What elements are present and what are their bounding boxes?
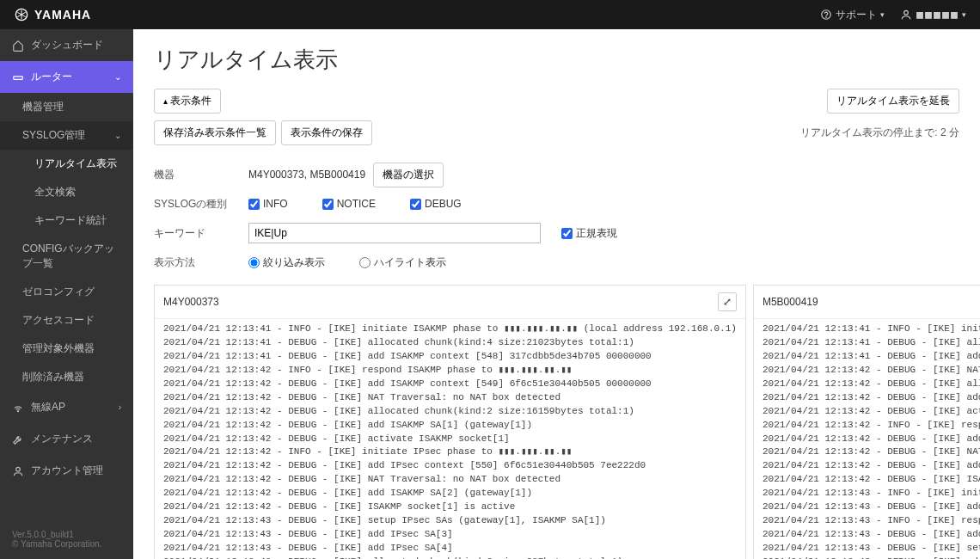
nav-device-mgmt[interactable]: 機器管理 xyxy=(0,93,133,121)
nav-dashboard[interactable]: ダッシュボード xyxy=(0,29,133,61)
device-label: 機器 xyxy=(154,168,248,182)
copyright-text: © Yamaha Corporation. xyxy=(12,539,121,549)
log-line: 2021/04/21 12:13:43 - DEBUG - [IKE] add … xyxy=(763,556,980,559)
level-debug-checkbox[interactable]: DEBUG xyxy=(410,198,462,210)
save-conditions-button[interactable]: 表示条件の保存 xyxy=(281,120,372,145)
log-line: 2021/04/21 12:13:43 - DEBUG - [IKE] setu… xyxy=(163,514,737,528)
nav-syslog-label: SYSLOG管理 xyxy=(22,128,85,143)
expand-icon: ⤢ xyxy=(723,296,732,308)
log-line: 2021/04/21 12:13:43 - INFO - [IKE] respo… xyxy=(763,514,980,528)
nav-maintenance-label: メンテナンス xyxy=(31,432,93,446)
user-icon xyxy=(12,465,24,477)
user-menu[interactable]: ◼◼◼◼◼ ▾ xyxy=(900,9,966,21)
nav-maintenance[interactable]: メンテナンス xyxy=(0,423,133,455)
display-highlight-radio[interactable]: ハイライト表示 xyxy=(359,255,446,270)
select-device-button[interactable]: 機器の選択 xyxy=(373,163,444,187)
nav-account-label: アカウント管理 xyxy=(31,464,103,478)
username: ◼◼◼◼◼ xyxy=(916,9,959,21)
nav-zeroconfig[interactable]: ゼロコンフィグ xyxy=(0,278,133,306)
log-body-right[interactable]: 2021/04/21 12:13:41 - INFO - [IKE] initi… xyxy=(754,319,980,559)
toggle-conditions-button[interactable]: ▴ 表示条件 xyxy=(154,89,221,114)
log-line: 2021/04/21 12:13:42 - DEBUG - [IKE] NAT … xyxy=(763,364,980,378)
nav-excluded[interactable]: 管理対象外機器 xyxy=(0,335,133,363)
keyword-label: キーワード xyxy=(154,226,248,241)
chevron-down-icon: ▾ xyxy=(880,10,885,19)
nav-fulltext[interactable]: 全文検索 xyxy=(0,178,133,206)
sidebar: ダッシュボード ルーター ⌄ 機器管理 SYSLOG管理 ⌄ リアルタイム表示 … xyxy=(0,29,133,559)
saved-conditions-button[interactable]: 保存済み表示条件一覧 xyxy=(154,120,276,145)
expand-panel-button[interactable]: ⤢ xyxy=(718,292,737,311)
log-line: 2021/04/21 12:13:41 - DEBUG - [IKE] add … xyxy=(763,350,980,364)
log-line: 2021/04/21 12:13:42 - DEBUG - [IKE] NAT … xyxy=(763,445,980,459)
toggle-conditions-label: 表示条件 xyxy=(170,95,211,107)
router-icon xyxy=(12,71,24,83)
log-line: 2021/04/21 12:13:43 - INFO - [IKE] initi… xyxy=(763,487,980,501)
nav-config-backup[interactable]: CONFIGバックアップ一覧 xyxy=(0,235,133,278)
log-panel-left-title: M4Y000373 xyxy=(163,296,219,308)
chevron-down-icon: ⌄ xyxy=(114,72,121,82)
log-line: 2021/04/21 12:13:41 - DEBUG - [IKE] allo… xyxy=(763,336,980,350)
log-line: 2021/04/21 12:13:42 - DEBUG - [IKE] add … xyxy=(163,487,737,501)
yamaha-logo-icon xyxy=(14,8,29,22)
log-line: 2021/04/21 12:13:42 - INFO - [IKE] respo… xyxy=(163,364,737,378)
log-line: 2021/04/21 12:13:42 - DEBUG - [IKE] add … xyxy=(163,459,737,473)
support-menu[interactable]: サポート ▾ xyxy=(820,8,885,22)
log-body-left[interactable]: 2021/04/21 12:13:41 - INFO - [IKE] initi… xyxy=(155,319,745,559)
log-line: 2021/04/21 12:13:41 - DEBUG - [IKE] allo… xyxy=(163,336,737,350)
wifi-icon xyxy=(12,402,24,414)
nav-dashboard-label: ダッシュボード xyxy=(31,38,103,52)
log-line: 2021/04/21 12:13:42 - INFO - [IKE] respo… xyxy=(763,419,980,433)
level-notice-checkbox[interactable]: NOTICE xyxy=(322,198,376,210)
svg-point-5 xyxy=(17,410,18,411)
topbar: YAMAHA サポート ▾ ◼◼◼◼◼ ▾ xyxy=(0,0,980,29)
extend-realtime-button[interactable]: リアルタイム表示を延長 xyxy=(827,89,959,114)
log-line: 2021/04/21 12:13:43 - DEBUG - [IKE] add … xyxy=(763,528,980,542)
log-line: 2021/04/21 12:13:43 - DEBUG - [IKE] allo… xyxy=(163,556,737,559)
log-line: 2021/04/21 12:13:41 - INFO - [IKE] initi… xyxy=(163,322,737,336)
brand-text: YAMAHA xyxy=(34,8,91,22)
log-panel-left: M4Y000373 ⤢ 2021/04/21 12:13:41 - INFO -… xyxy=(154,285,746,559)
support-label: サポート xyxy=(836,8,877,22)
nav-router[interactable]: ルーター ⌄ xyxy=(0,61,133,93)
svg-point-6 xyxy=(16,467,21,471)
nav-wireless[interactable]: 無線AP › xyxy=(0,391,133,423)
regex-checkbox[interactable]: 正規表現 xyxy=(561,226,617,241)
log-panel-right: M5B000419 ⤢ 2021/04/21 12:13:41 - INFO -… xyxy=(753,285,980,559)
device-value: M4Y000373, M5B000419 xyxy=(248,169,365,181)
log-line: 2021/04/21 12:13:43 - DEBUG - [IKE] add … xyxy=(163,528,737,542)
brand: YAMAHA xyxy=(14,8,91,22)
log-line: 2021/04/21 12:13:42 - DEBUG - [IKE] NAT … xyxy=(163,473,737,487)
log-line: 2021/04/21 12:13:41 - DEBUG - [IKE] add … xyxy=(163,350,737,364)
wrench-icon xyxy=(12,433,24,445)
nav-wireless-label: 無線AP xyxy=(31,400,65,415)
log-line: 2021/04/21 12:13:42 - DEBUG - [IKE] add … xyxy=(163,419,737,433)
nav-syslog[interactable]: SYSLOG管理 ⌄ xyxy=(0,121,133,150)
log-line: 2021/04/21 12:13:42 - DEBUG - [IKE] NAT … xyxy=(163,391,737,405)
nav-accesscode[interactable]: アクセスコード xyxy=(0,306,133,335)
log-line: 2021/04/21 12:13:43 - DEBUG - [IKE] add … xyxy=(763,501,980,514)
log-line: 2021/04/21 12:13:41 - INFO - [IKE] initi… xyxy=(763,322,980,336)
log-line: 2021/04/21 12:13:42 - DEBUG - [IKE] allo… xyxy=(163,405,737,419)
svg-point-2 xyxy=(826,17,827,18)
log-line: 2021/04/21 12:13:43 - DEBUG - [IKE] setu… xyxy=(763,542,980,556)
level-info-checkbox[interactable]: INFO xyxy=(248,198,288,210)
nav-keyword-stat[interactable]: キーワード統計 xyxy=(0,206,133,235)
log-line: 2021/04/21 12:13:42 - DEBUG - [IKE] add … xyxy=(163,378,737,391)
display-filter-radio[interactable]: 絞り込み表示 xyxy=(248,255,325,270)
svg-point-3 xyxy=(904,10,909,15)
nav-deleted[interactable]: 削除済み機器 xyxy=(0,363,133,391)
log-line: 2021/04/21 12:13:42 - DEBUG - [IKE] allo… xyxy=(763,378,980,391)
chevron-down-icon: ⌄ xyxy=(114,131,121,140)
log-line: 2021/04/21 12:13:42 - DEBUG - [IKE] acti… xyxy=(763,405,980,419)
log-line: 2021/04/21 12:13:42 - DEBUG - [IKE] ISAK… xyxy=(163,501,737,514)
nav-router-label: ルーター xyxy=(31,70,72,84)
svg-rect-4 xyxy=(14,76,23,79)
log-line: 2021/04/21 12:13:43 - DEBUG - [IKE] add … xyxy=(163,542,737,556)
help-icon xyxy=(820,9,832,21)
log-line: 2021/04/21 12:13:42 - DEBUG - [IKE] add … xyxy=(763,391,980,405)
syslog-level-label: SYSLOGの種別 xyxy=(154,197,248,212)
keyword-input[interactable] xyxy=(248,223,541,243)
nav-realtime[interactable]: リアルタイム表示 xyxy=(0,150,133,178)
log-line: 2021/04/21 12:13:42 - INFO - [IKE] initi… xyxy=(163,445,737,459)
nav-account[interactable]: アカウント管理 xyxy=(0,455,133,487)
